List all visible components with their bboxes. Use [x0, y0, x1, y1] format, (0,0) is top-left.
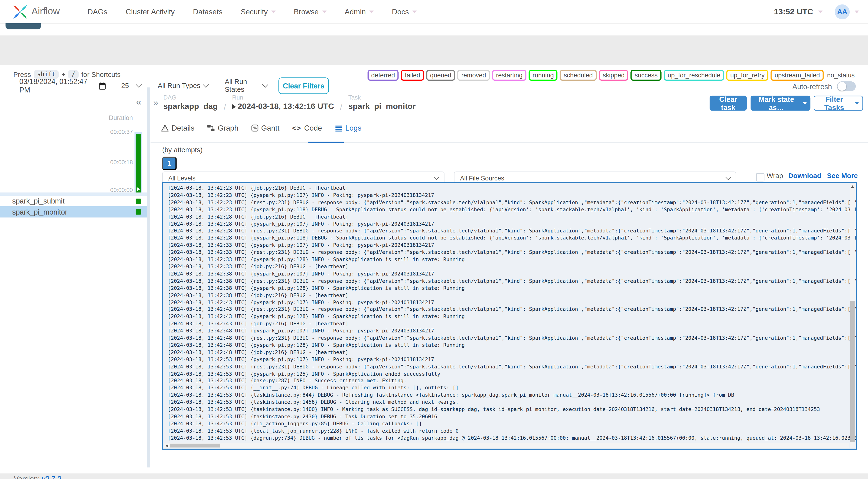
- menu-item-browse[interactable]: Browse: [294, 7, 327, 16]
- brand-name: Airflow: [32, 6, 60, 17]
- scroll-up-icon[interactable]: [851, 185, 854, 188]
- grid-view-button-remnant[interactable]: [6, 23, 41, 29]
- filter-tasks-button[interactable]: Filter Tasks: [814, 96, 863, 110]
- menu-item-datasets[interactable]: Datasets: [193, 7, 222, 16]
- shift-key: shift: [34, 70, 59, 78]
- download-link[interactable]: Download: [788, 172, 821, 180]
- task-state-square[interactable]: [135, 209, 141, 215]
- filter-bar: 03/18/2024, 01:52:47 PM 25 All Run Types…: [0, 35, 868, 65]
- expand-details-icon[interactable]: »: [153, 99, 158, 107]
- status-badge[interactable]: skipped: [599, 70, 628, 81]
- sidebar-divider[interactable]: [147, 88, 150, 468]
- utc-clock[interactable]: 13:52 UTC: [774, 7, 813, 16]
- navbar: Airflow DAGs Cluster Activity Datasets S…: [0, 0, 868, 24]
- duration-tick: 00:00:18: [78, 159, 133, 165]
- tab-details[interactable]: Details: [161, 124, 194, 138]
- wrap-checkbox[interactable]: [756, 173, 765, 181]
- wrap-label: Wrap: [767, 172, 783, 180]
- breadcrumb-task[interactable]: Task spark_pi_monitor: [348, 94, 415, 112]
- status-badge[interactable]: failed: [401, 70, 424, 81]
- menu-item-admin[interactable]: Admin: [345, 7, 374, 16]
- airflow-app: Airflow DAGs Cluster Activity Datasets S…: [0, 0, 868, 479]
- airflow-pinwheel-icon: [13, 4, 28, 19]
- divider: [0, 86, 868, 86]
- task-row-spark-pi-submit[interactable]: spark_pi_submit: [0, 196, 147, 207]
- menu-item-docs[interactable]: Docs: [392, 7, 417, 16]
- status-badge[interactable]: queued: [426, 70, 455, 81]
- tab-graph[interactable]: Graph: [207, 124, 239, 138]
- attempt-1-button[interactable]: 1: [162, 156, 177, 170]
- active-tab-underline: [308, 141, 344, 143]
- chevron-down-icon: [803, 102, 807, 105]
- chevron-down-icon: [369, 10, 374, 13]
- avatar[interactable]: AA: [835, 4, 850, 19]
- horizontal-scrollbar-thumb[interactable]: [170, 444, 220, 447]
- status-badge[interactable]: deferred: [367, 70, 399, 81]
- chevron-down-icon: [136, 82, 142, 88]
- breadcrumb-separator: /: [340, 102, 342, 112]
- chevron-down-icon: [203, 82, 209, 88]
- duration-tick: 00:00:37: [78, 128, 133, 135]
- menu-item-security[interactable]: Security: [241, 7, 275, 16]
- slash-key: /: [68, 70, 79, 78]
- chevron-down-icon[interactable]: [855, 10, 859, 13]
- menu-item-cluster-activity[interactable]: Cluster Activity: [126, 7, 175, 16]
- log-content: [2024-03-18, 13:42:23 UTC] {job.py:216} …: [163, 183, 856, 449]
- warning-triangle-icon: [161, 124, 169, 132]
- vertical-scrollbar-thumb[interactable]: [850, 301, 855, 442]
- breadcrumb-run[interactable]: Run 2024-03-18, 13:42:16 UTC: [232, 94, 334, 112]
- gantt-chart-icon: [251, 124, 258, 132]
- status-badge-no-status[interactable]: no_status: [826, 71, 856, 80]
- footer: [0, 474, 868, 479]
- collapse-sidebar-icon[interactable]: «: [136, 97, 141, 107]
- tabs-border: [151, 142, 868, 143]
- status-badge[interactable]: up_for_reschedule: [664, 70, 724, 81]
- task-name: spark_pi_monitor: [12, 208, 67, 216]
- horizontal-scrollbar[interactable]: [164, 443, 849, 448]
- shortcuts-hint: Press shift + / for Shortcuts: [13, 70, 121, 78]
- scroll-left-icon[interactable]: [165, 444, 168, 447]
- duration-tick: 00:00:00: [78, 186, 133, 193]
- chevron-down-icon: [271, 10, 275, 13]
- version-link[interactable]: v2.7.2: [42, 475, 61, 479]
- chevron-down-icon: [322, 10, 327, 13]
- see-more-link[interactable]: See More: [827, 172, 858, 180]
- by-attempts-label: (by attempts): [162, 146, 203, 154]
- task-state-square[interactable]: [135, 198, 141, 204]
- breadcrumb: DAG sparkapp_dag / Run 2024-03-18, 13:42…: [163, 94, 416, 112]
- breadcrumb-separator: /: [224, 102, 226, 112]
- graph-icon: [207, 124, 215, 132]
- code-icon: <>: [292, 124, 301, 132]
- tab-code[interactable]: <> Code: [292, 124, 322, 138]
- clear-task-button[interactable]: Clear task: [710, 96, 747, 110]
- main-menu: DAGs Cluster Activity Datasets Security …: [88, 7, 417, 16]
- vertical-scrollbar[interactable]: [850, 184, 855, 448]
- grid-header-strip: [0, 192, 147, 196]
- status-legend: deferred failed queued removed restartin…: [367, 70, 856, 81]
- status-badge[interactable]: scheduled: [560, 70, 596, 81]
- tab-logs[interactable]: Logs: [335, 124, 362, 138]
- status-badge[interactable]: restarting: [492, 70, 526, 81]
- menu-item-dags[interactable]: DAGs: [88, 7, 107, 16]
- chevron-down-icon[interactable]: [818, 10, 823, 13]
- status-badge[interactable]: up_for_retry: [726, 70, 769, 81]
- chevron-down-icon: [262, 82, 268, 88]
- status-badge[interactable]: removed: [458, 70, 490, 81]
- duration-axis-label: Duration: [78, 115, 133, 121]
- status-badge[interactable]: running: [529, 70, 558, 81]
- log-output-pane[interactable]: [2024-03-18, 13:42:23 UTC] {job.py:216} …: [162, 182, 857, 450]
- status-badge[interactable]: success: [631, 70, 661, 81]
- chevron-down-icon: [412, 10, 417, 13]
- version-text: Version: v2.7.2: [14, 475, 61, 479]
- mark-state-as-button[interactable]: Mark state as…: [750, 96, 810, 110]
- navbar-right: 13:52 UTC AA: [774, 4, 859, 19]
- task-name: spark_pi_submit: [12, 197, 65, 205]
- status-badge[interactable]: upstream_failed: [771, 70, 824, 81]
- logs-list-icon: [335, 125, 343, 131]
- tab-gantt[interactable]: Gantt: [251, 124, 279, 138]
- manual-run-icon: [137, 187, 140, 192]
- run-duration-bar[interactable]: [135, 134, 141, 193]
- task-row-spark-pi-monitor[interactable]: spark_pi_monitor: [0, 206, 147, 218]
- airflow-logo[interactable]: Airflow: [13, 4, 60, 19]
- breadcrumb-dag[interactable]: DAG sparkapp_dag: [163, 94, 218, 112]
